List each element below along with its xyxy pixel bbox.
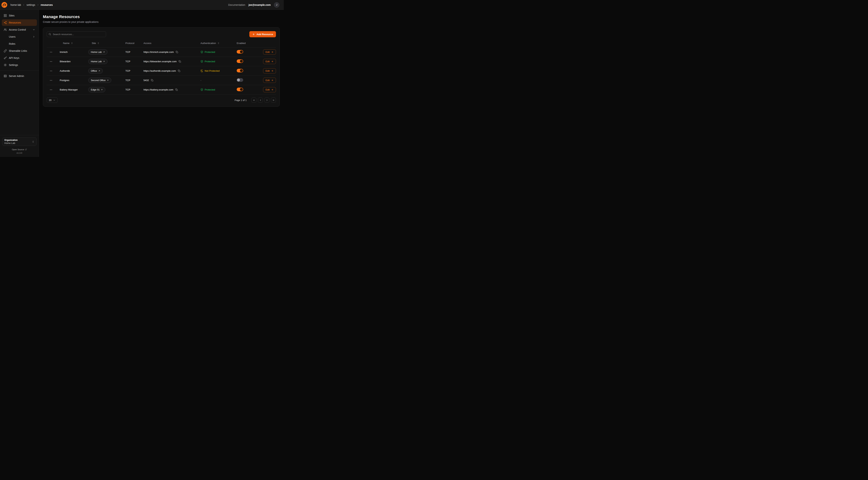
sidebar-bottom: Organization Home Lab Open Source v1.3.0 bbox=[0, 135, 39, 157]
column-enabled: Enabled bbox=[237, 42, 262, 44]
next-page-button[interactable] bbox=[265, 97, 270, 102]
shell: Sites Resources Access Control bbox=[0, 10, 284, 157]
waypoints-icon bbox=[4, 21, 7, 24]
copy-icon[interactable] bbox=[178, 69, 181, 72]
arrow-right-icon bbox=[271, 79, 273, 82]
arrow-right-icon bbox=[271, 70, 273, 72]
chevrons-left-icon bbox=[253, 99, 255, 101]
site-name: Home Lab bbox=[91, 51, 102, 53]
column-site[interactable]: Site bbox=[88, 42, 125, 44]
edit-button[interactable]: Edit bbox=[263, 50, 276, 55]
sidebar-item-server-admin[interactable]: Server Admin bbox=[2, 73, 37, 79]
row-menu-button[interactable] bbox=[49, 50, 53, 54]
sidebar-item-label: Settings bbox=[9, 63, 18, 66]
sidebar-nav: Sites Resources Access Control bbox=[0, 10, 39, 135]
copy-icon[interactable] bbox=[175, 51, 179, 54]
resource-name: Postgres bbox=[55, 79, 88, 82]
site-link[interactable]: Home Lab bbox=[88, 59, 107, 64]
first-page-button[interactable] bbox=[251, 97, 256, 102]
arrow-right-icon bbox=[271, 60, 273, 63]
row-menu-button[interactable] bbox=[49, 78, 53, 83]
external-link-icon bbox=[103, 51, 105, 53]
edit-label: Edit bbox=[266, 69, 270, 72]
table-row: Immich Home Lab TCP https://immich.examp… bbox=[47, 48, 276, 57]
copy-icon[interactable] bbox=[151, 79, 154, 82]
add-resource-button[interactable]: Add Resource bbox=[249, 31, 276, 37]
copy-icon[interactable] bbox=[178, 60, 182, 63]
sidebar-item-label: Users bbox=[9, 35, 16, 38]
sidebar-item-roles[interactable]: Roles bbox=[2, 40, 37, 47]
table-row: Authentik Office TCP https://authentik.e… bbox=[47, 66, 276, 76]
sidebar-item-shareable-links[interactable]: Shareable Links bbox=[2, 48, 37, 54]
last-page-button[interactable] bbox=[271, 97, 276, 102]
chevrons-right-icon bbox=[272, 99, 275, 101]
table-header: Name Site Protocol bbox=[47, 39, 276, 48]
sidebar-item-users[interactable]: Users bbox=[2, 33, 37, 40]
topbar: home-lab settings resources Documentatio… bbox=[0, 0, 284, 10]
add-resource-label: Add Resource bbox=[256, 33, 273, 36]
column-protocol: Protocol bbox=[125, 42, 144, 44]
auth-status: Protected bbox=[205, 51, 215, 53]
resource-access: https://battery.example.com bbox=[144, 88, 173, 91]
arrow-right-icon bbox=[271, 51, 273, 53]
page-size-select[interactable]: 20 bbox=[47, 97, 58, 103]
sidebar-item-label: Access Control bbox=[9, 28, 26, 31]
version-label: v1.3.0 bbox=[2, 152, 36, 154]
sidebar-item-label: Roles bbox=[9, 42, 16, 45]
copy-icon[interactable] bbox=[175, 88, 178, 91]
row-menu-button[interactable] bbox=[49, 88, 53, 92]
breadcrumb: home-lab settings resources bbox=[10, 3, 53, 6]
site-link[interactable]: Office bbox=[88, 68, 103, 73]
user-email[interactable]: joe@example.com bbox=[248, 3, 271, 6]
pagination: Page 1 of 1 bbox=[235, 97, 276, 102]
site-link[interactable]: Home Lab bbox=[88, 50, 107, 55]
sidebar-item-api-keys[interactable]: API Keys bbox=[2, 55, 37, 61]
avatar[interactable]: J bbox=[274, 2, 279, 8]
site-name: Office bbox=[91, 69, 97, 72]
org-title: Organization bbox=[4, 139, 18, 141]
enabled-toggle[interactable] bbox=[237, 88, 243, 91]
breadcrumb-item-org[interactable]: home-lab bbox=[10, 3, 21, 6]
app-logo-icon[interactable] bbox=[1, 2, 7, 8]
page-title: Manage Resources bbox=[43, 14, 280, 19]
search-box bbox=[47, 31, 106, 37]
documentation-link[interactable]: Documentation bbox=[228, 3, 245, 6]
edit-button[interactable]: Edit bbox=[263, 87, 276, 92]
sidebar-item-access-control[interactable]: Access Control bbox=[2, 26, 37, 33]
open-source-label: Open Source bbox=[12, 148, 24, 151]
row-menu-button[interactable] bbox=[49, 69, 53, 73]
open-source-link[interactable]: Open Source bbox=[2, 148, 36, 151]
column-authentication[interactable]: Authentication bbox=[200, 42, 237, 44]
org-selector[interactable]: Organization Home Lab bbox=[2, 138, 36, 146]
sort-icon bbox=[97, 42, 99, 44]
sidebar-item-sites[interactable]: Sites bbox=[2, 12, 37, 19]
sort-icon bbox=[217, 42, 220, 44]
table-footer: 20 Page 1 of 1 bbox=[47, 97, 276, 103]
shield-check-icon bbox=[200, 88, 203, 91]
row-menu-button[interactable] bbox=[49, 59, 53, 64]
site-name: Edge 01 bbox=[91, 88, 99, 91]
edit-button[interactable]: Edit bbox=[263, 78, 276, 83]
enabled-toggle[interactable] bbox=[237, 78, 243, 82]
resources-table: Name Site Protocol bbox=[47, 39, 276, 94]
column-name[interactable]: Name bbox=[55, 42, 88, 44]
edit-label: Edit bbox=[266, 51, 270, 53]
site-link[interactable]: Second Office bbox=[88, 78, 111, 83]
auth-status: Protected bbox=[205, 88, 215, 91]
site-link[interactable]: Edge 01 bbox=[88, 87, 105, 92]
sidebar-item-resources[interactable]: Resources bbox=[2, 19, 37, 26]
enabled-toggle[interactable] bbox=[237, 59, 243, 63]
previous-page-button[interactable] bbox=[258, 97, 263, 102]
external-link-icon bbox=[103, 60, 105, 62]
breadcrumb-item-resources[interactable]: resources bbox=[41, 3, 53, 6]
sidebar-item-settings[interactable]: Settings bbox=[2, 62, 37, 68]
search-input[interactable] bbox=[47, 31, 106, 37]
enabled-toggle[interactable] bbox=[237, 50, 243, 54]
edit-label: Edit bbox=[266, 60, 270, 63]
breadcrumb-item-settings[interactable]: settings bbox=[26, 3, 35, 6]
edit-button[interactable]: Edit bbox=[263, 68, 276, 73]
app-root: home-lab settings resources Documentatio… bbox=[0, 0, 284, 157]
enabled-toggle[interactable] bbox=[237, 69, 243, 72]
arrow-right-icon bbox=[271, 89, 273, 91]
edit-button[interactable]: Edit bbox=[263, 59, 276, 64]
